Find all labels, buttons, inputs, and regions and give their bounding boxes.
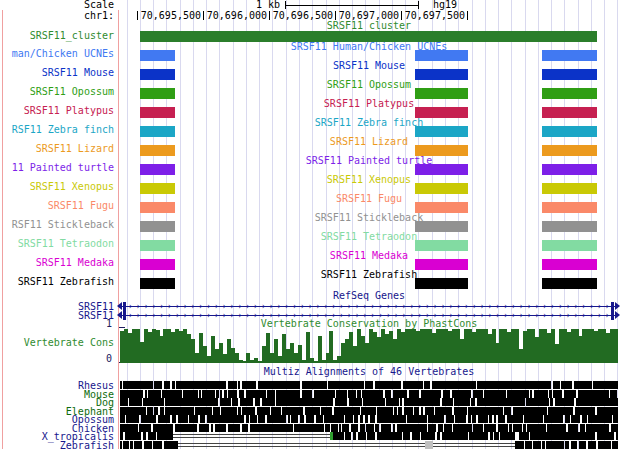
alignment-block[interactable] [348,381,355,389]
alignment-block[interactable] [484,424,493,432]
alignment-block[interactable] [360,432,366,440]
alignment-block[interactable] [597,432,606,440]
alignment-block[interactable] [129,424,138,432]
alignment-block[interactable] [610,390,617,398]
alignment-block[interactable] [419,415,427,423]
alignment-block[interactable] [210,390,215,398]
alignment-block[interactable] [596,415,605,423]
alignment-block[interactable] [454,432,462,440]
track-left-label[interactable]: SRSF11 Tetraodon [0,239,114,249]
alignment-block[interactable] [588,415,596,423]
alignment-block[interactable] [220,390,222,398]
alignment-block[interactable] [493,424,496,432]
alignment-block[interactable] [603,390,609,398]
alignment-block[interactable] [462,432,468,440]
alignment-block[interactable] [123,441,129,449]
ucne-element-bar[interactable] [140,145,175,156]
alignment-block[interactable] [413,424,422,432]
alignment-block[interactable] [443,390,450,398]
alignment-block[interactable] [209,381,216,389]
alignment-block[interactable] [282,390,290,398]
alignment-block[interactable] [202,381,209,389]
alignment-block[interactable] [468,407,475,415]
alignment-block[interactable] [569,381,572,389]
alignment-block[interactable] [453,424,461,432]
alignment-block[interactable] [452,390,460,398]
alignment-block[interactable] [160,407,164,415]
track-left-label[interactable]: man/Chicken UCNEs [0,49,114,59]
ucne-element-bar[interactable] [140,88,175,99]
alignment-block[interactable] [516,415,523,423]
alignment-block[interactable] [460,390,468,398]
alignment-block[interactable] [306,390,312,398]
alignment-block[interactable] [238,407,241,415]
alignment-block[interactable] [581,407,588,415]
alignment-block[interactable] [153,424,161,432]
alignment-block[interactable] [322,381,327,389]
alignment-block[interactable] [561,381,569,389]
alignment-block[interactable] [464,415,466,423]
alignment-block[interactable] [370,415,375,423]
alignment-block[interactable] [141,424,148,432]
ucne-element-bar[interactable] [542,240,597,251]
alignment-block[interactable] [525,432,529,440]
alignment-block[interactable] [531,398,540,406]
alignment-block[interactable] [345,432,351,440]
alignment-block[interactable] [468,398,470,406]
alignment-block[interactable] [315,424,324,432]
alignment-block[interactable] [553,390,562,398]
alignment-block[interactable] [385,407,393,415]
track-left-label[interactable]: SRSF11 Medaka [0,258,114,268]
alignment-block[interactable] [583,424,585,432]
alignment-block[interactable] [139,407,146,415]
alignment-block[interactable] [461,381,470,389]
alignment-block[interactable] [267,390,275,398]
alignment-block[interactable] [155,390,161,398]
alignment-block[interactable] [224,390,227,398]
alignment-block[interactable] [167,415,170,423]
alignment-block[interactable] [258,415,265,423]
alignment-block[interactable] [360,415,363,423]
track-left-label[interactable]: SRSF11 Zebrafish [0,277,114,287]
alignment-block[interactable] [326,390,335,398]
alignment-block[interactable] [145,390,147,398]
alignment-block[interactable] [172,381,175,389]
alignment-block[interactable] [565,415,570,423]
alignment-block[interactable] [347,424,349,432]
alignment-block[interactable] [291,381,300,389]
alignment-block[interactable] [497,390,506,398]
alignment-block[interactable] [471,398,475,406]
alignment-block[interactable] [339,390,347,398]
alignment-block[interactable] [382,432,389,440]
alignment-block[interactable] [469,432,476,440]
alignment-block[interactable] [398,407,402,415]
alignment-block[interactable] [353,432,356,440]
alignment-block[interactable] [366,398,374,406]
alignment-block[interactable] [325,424,330,432]
track-left-label[interactable]: SRSF11 Platypus [0,106,114,116]
alignment-block[interactable] [262,398,271,406]
alignment-block[interactable] [154,407,158,415]
alignment-block[interactable] [316,415,323,423]
alignment-block[interactable] [611,424,618,432]
alignment-block[interactable] [255,424,263,432]
alignment-block[interactable] [572,424,578,432]
alignment-block[interactable] [228,424,235,432]
alignment-block[interactable] [563,398,571,406]
alignment-block[interactable] [360,424,365,432]
alignment-block[interactable] [233,390,237,398]
ucne-element-bar[interactable] [542,145,597,156]
alignment-block[interactable] [592,390,601,398]
alignment-block[interactable] [246,398,253,406]
alignment-block[interactable] [216,381,223,389]
alignment-block[interactable] [285,398,292,406]
alignment-block[interactable] [394,407,397,415]
alignment-block[interactable] [577,432,584,440]
alignment-block[interactable] [129,398,136,406]
alignment-block[interactable] [605,415,612,423]
alignment-block[interactable] [463,407,467,415]
ucne-element-bar[interactable] [415,126,468,137]
alignment-block[interactable] [203,398,211,406]
alignment-block[interactable] [339,424,341,432]
ucne-element-bar[interactable] [542,164,597,175]
